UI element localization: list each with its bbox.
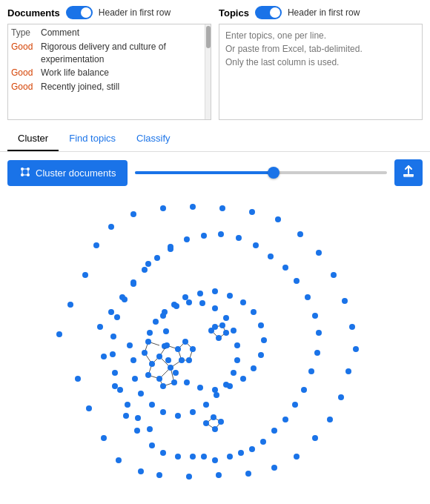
scrollbar[interactable] [205, 24, 211, 119]
svg-point-168 [149, 402, 155, 408]
slider-fill [135, 171, 274, 174]
doc-type-cell: Type [11, 27, 41, 39]
svg-point-154 [145, 339, 151, 345]
svg-point-46 [123, 413, 129, 419]
svg-point-90 [147, 426, 153, 432]
svg-point-17 [116, 457, 122, 463]
svg-point-36 [342, 298, 348, 304]
svg-point-66 [314, 350, 320, 356]
svg-point-16 [108, 224, 114, 230]
scrollbar-thumb[interactable] [206, 26, 211, 48]
svg-point-165 [130, 357, 136, 363]
svg-point-63 [292, 402, 298, 408]
svg-point-108 [173, 370, 179, 376]
svg-point-75 [218, 231, 224, 237]
svg-point-178 [231, 328, 236, 334]
svg-point-147 [156, 376, 162, 382]
cluster-documents-button[interactable]: Cluster documents [7, 160, 128, 186]
svg-point-94 [197, 291, 203, 296]
svg-point-157 [223, 330, 229, 336]
svg-point-103 [240, 376, 246, 382]
topics-toggle[interactable] [255, 6, 282, 19]
topics-panel: Topics Header in first row [219, 6, 423, 122]
topics-textarea[interactable] [219, 24, 423, 120]
svg-point-183 [173, 303, 179, 309]
svg-point-98 [251, 309, 257, 315]
svg-point-99 [258, 322, 264, 328]
svg-point-55 [201, 454, 207, 460]
svg-point-22 [190, 204, 196, 210]
svg-point-48 [134, 428, 140, 434]
documents-toggle[interactable] [66, 6, 93, 19]
svg-point-12 [82, 272, 88, 278]
slider-container [135, 171, 387, 174]
svg-point-84 [110, 334, 116, 339]
svg-point-76 [201, 233, 207, 239]
table-row: Type Comment [11, 26, 208, 40]
svg-point-170 [175, 413, 181, 419]
svg-point-144 [164, 342, 170, 348]
svg-point-153 [142, 350, 148, 356]
tab-classify[interactable]: Classify [126, 127, 181, 151]
svg-point-8 [30, 212, 400, 471]
svg-point-180 [212, 305, 218, 311]
table-row: Good Rigorous delivery and culture of ex… [11, 40, 208, 67]
svg-point-111 [163, 328, 169, 334]
svg-point-152 [160, 383, 166, 389]
svg-point-173 [214, 392, 219, 398]
svg-point-27 [245, 471, 251, 477]
doc-type-cell: Good [11, 41, 41, 53]
svg-point-57 [227, 454, 233, 460]
svg-point-68 [312, 313, 318, 319]
viz-container [0, 193, 430, 490]
slider-track[interactable] [135, 171, 387, 174]
documents-title: Documents [7, 7, 60, 19]
svg-point-64 [301, 387, 307, 393]
table-row: Good Recently joined, still [11, 80, 208, 94]
svg-point-70 [294, 278, 300, 284]
svg-point-79 [154, 255, 160, 261]
actions-row: Cluster documents [0, 152, 430, 193]
svg-point-50 [149, 442, 155, 448]
svg-point-53 [175, 454, 181, 460]
svg-point-182 [186, 299, 192, 305]
svg-point-77 [184, 236, 190, 242]
svg-point-35 [327, 417, 333, 422]
svg-point-80 [142, 267, 148, 273]
tab-cluster[interactable]: Cluster [7, 127, 59, 151]
svg-point-72 [268, 253, 274, 259]
svg-point-23 [186, 474, 192, 480]
svg-point-59 [249, 446, 255, 452]
svg-point-105 [212, 387, 218, 393]
svg-point-97 [240, 299, 246, 305]
svg-point-60 [260, 439, 266, 445]
topics-header: Topics Header in first row [219, 6, 423, 19]
svg-point-43 [108, 309, 114, 315]
slider-thumb[interactable] [268, 167, 280, 179]
svg-point-89 [135, 415, 141, 421]
doc-text-cell: Rigorous delivery and culture of experim… [41, 41, 208, 66]
svg-point-24 [219, 205, 225, 211]
documents-header-label: Header in first row [99, 7, 171, 18]
svg-point-179 [223, 315, 229, 321]
svg-point-25 [216, 472, 222, 478]
svg-point-106 [197, 385, 203, 391]
documents-header: Documents Header in first row [7, 6, 211, 19]
svg-point-164 [127, 342, 133, 348]
upload-button[interactable] [394, 159, 423, 186]
svg-point-151 [171, 379, 177, 385]
svg-point-186 [147, 330, 153, 336]
tab-find-topics[interactable]: Find topics [59, 127, 126, 151]
svg-point-87 [117, 387, 123, 393]
documents-panel: Documents Header in first row Type Comme… [7, 6, 211, 122]
svg-point-58 [238, 450, 244, 456]
doc-type-cell: Good [11, 81, 41, 93]
documents-table: Type Comment Good Rigorous delivery and … [7, 24, 211, 120]
svg-point-39 [345, 368, 351, 374]
svg-point-96 [227, 293, 233, 299]
svg-point-42 [101, 354, 107, 359]
svg-point-100 [261, 337, 267, 343]
svg-point-141 [168, 365, 173, 371]
svg-point-29 [271, 465, 277, 471]
svg-point-169 [160, 409, 166, 415]
